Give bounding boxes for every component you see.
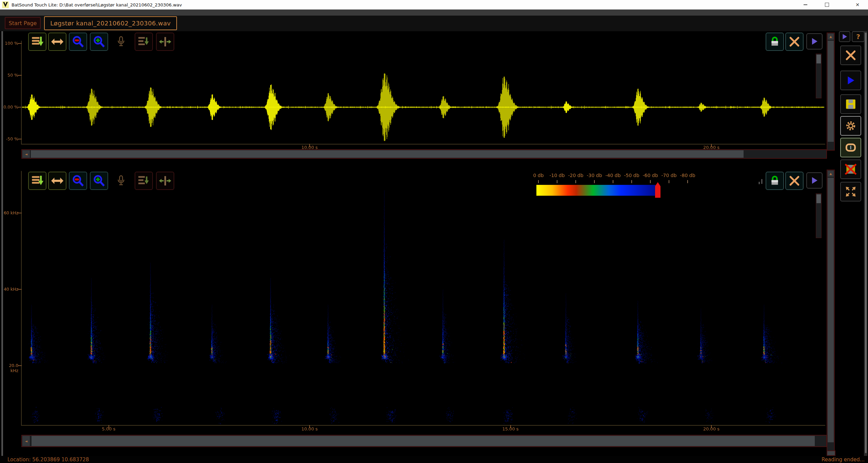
- save-disabled-icon: [845, 163, 857, 175]
- scroll-up-icon[interactable]: ▲: [828, 34, 834, 40]
- spectrogram-x-tick-label: 15.00 s: [495, 426, 526, 431]
- tab-label: Start Page: [9, 20, 37, 26]
- waveform-panel-pan-center-button: [156, 33, 174, 51]
- waveform-panel-close-view-button[interactable]: [785, 33, 804, 51]
- tab-open-file[interactable]: Løgstør kanal_20210602_230306.wav: [44, 16, 177, 30]
- waveform-panel-lock-view-button[interactable]: [766, 33, 784, 51]
- waveform-panel-zoom-slider-thumb[interactable]: [816, 55, 821, 63]
- scroll-left-icon[interactable]: ◄: [22, 150, 30, 158]
- waveform-panel-record-button: [112, 33, 130, 51]
- close-icon: [845, 49, 857, 61]
- waveform-y-tick: [18, 75, 22, 76]
- play-icon: [841, 33, 849, 41]
- settings-gear-icon: [845, 120, 857, 132]
- waveform-y-tick-label: 100 %: [3, 41, 18, 46]
- scroll-up-icon[interactable]: ▲: [828, 171, 834, 177]
- play-file-button[interactable]: [840, 71, 861, 90]
- waveform-panel-vertical-scrollbar[interactable]: ▲: [827, 33, 835, 151]
- waveform-panel-fit-time-button[interactable]: [48, 33, 66, 51]
- waveform-panel-vertical-scroll-thumb[interactable]: [828, 41, 834, 142]
- frame-right-thumb[interactable]: [865, 33, 867, 453]
- status-location: Location: 56.203869 10.683728: [7, 457, 89, 463]
- colorbar-db-label: -10 db: [547, 173, 567, 178]
- title-bar: BatSound Touch Lite: D:\Bat overførsel\L…: [0, 0, 868, 10]
- tab-label: Løgstør kanal_20210602_230306.wav: [50, 20, 171, 27]
- display-mode-icon: [845, 141, 857, 154]
- save-selection-button[interactable]: [840, 159, 861, 179]
- close-icon: [788, 36, 801, 48]
- spectrogram-panel-play-view-button[interactable]: [806, 172, 823, 189]
- spectrogram-panel-vertical-scroll-thumb[interactable]: [828, 178, 834, 442]
- play-small-button[interactable]: [839, 31, 850, 42]
- spectrogram-panel-zoom-slider[interactable]: [816, 193, 822, 238]
- status-message: Reading ended...: [822, 457, 865, 463]
- waveform-panel-play-view-button[interactable]: [806, 33, 823, 50]
- auto-scale-icon: [138, 36, 150, 48]
- waveform-y-tick-label: -50 %: [3, 136, 18, 141]
- spectrogram-y-tick-label: 60 kHz: [3, 210, 18, 215]
- minimize-button[interactable]: [797, 0, 813, 9]
- colorbar-db-label: -30 db: [584, 173, 605, 178]
- expand-icon: [845, 186, 857, 198]
- spectrogram-h-scroll-thumb[interactable]: [32, 436, 815, 446]
- colorbar-db-label: -40 db: [603, 173, 623, 178]
- waveform-y-tick: [18, 107, 22, 108]
- maximize-button[interactable]: [819, 0, 835, 9]
- spectrogram-y-tick-label: 40 kHz: [3, 287, 18, 292]
- waveform-panel-auto-scale-button: [135, 33, 153, 51]
- waveform-y-tick: [18, 139, 22, 139]
- waveform-h-scroll-thumb[interactable]: [31, 150, 744, 158]
- colorbar-db-label: -80 db: [677, 173, 698, 178]
- colorbar-db-tick: [669, 180, 669, 183]
- display-mode-button[interactable]: [840, 138, 861, 157]
- help-button[interactable]: ?: [852, 31, 865, 42]
- waveform-panel-zoom-in-button[interactable]: [90, 33, 108, 51]
- spectrogram-panel-record-button: [112, 172, 130, 190]
- close-icon: [788, 175, 801, 187]
- frame-left-edge: [1, 31, 3, 463]
- close-file-button[interactable]: [840, 45, 861, 65]
- waveform-h-scrollbar[interactable]: ◄: [21, 149, 827, 159]
- settings-button[interactable]: [840, 116, 861, 136]
- spectrogram-panel-fit-amplitude-button[interactable]: [28, 172, 46, 190]
- colorbar-db-tick: [557, 180, 557, 183]
- maximize-icon: [825, 3, 829, 7]
- microphone-icon: [115, 175, 127, 187]
- tabstrip-background: [0, 9, 868, 16]
- fullscreen-button[interactable]: [840, 182, 861, 201]
- waveform-y-axis-line: [21, 41, 22, 144]
- colorbar-gradient[interactable]: [536, 185, 657, 196]
- pan-center-icon: [159, 36, 171, 48]
- spectrogram-panel-auto-scale-button: [135, 172, 153, 190]
- colorbar-db-tick: [687, 180, 688, 183]
- spectrogram-y-axis-line: [21, 171, 22, 425]
- waveform-panel-zoom-slider[interactable]: [816, 54, 822, 98]
- colorbar-db-label: -20 db: [566, 173, 586, 178]
- colorbar-db-tick: [650, 180, 651, 183]
- colorbar-end-tick: [762, 179, 762, 184]
- waveform-panel-fit-amplitude-button[interactable]: [28, 33, 46, 51]
- scrollbar-corner-box[interactable]: [827, 450, 835, 456]
- spectrogram-x-tick-label: 10.00 s: [294, 426, 325, 431]
- scroll-left-icon[interactable]: ◄: [22, 436, 30, 446]
- spectrogram-canvas[interactable]: [22, 169, 824, 425]
- spectrogram-y-tick: [18, 213, 22, 213]
- spectrogram-panel-close-view-button[interactable]: [785, 172, 804, 190]
- tab-start-page[interactable]: Start Page: [5, 17, 41, 29]
- spectrogram-panel-zoom-slider-thumb[interactable]: [816, 194, 821, 203]
- spectrogram-panel-zoom-out-button[interactable]: [69, 172, 87, 190]
- colorbar-db-tick: [575, 180, 576, 183]
- close-window-button[interactable]: ✕: [850, 0, 865, 9]
- spectrogram-h-scrollbar[interactable]: ◄: [21, 435, 827, 447]
- spectrogram-panel-vertical-scrollbar[interactable]: ▲: [827, 170, 835, 451]
- colorbar-end-tick: [759, 182, 760, 184]
- waveform-panel-zoom-out-button[interactable]: [69, 33, 87, 51]
- waveform-y-tick: [18, 43, 22, 44]
- spectrogram-panel-lock-view-button[interactable]: [766, 172, 784, 190]
- spectrogram-panel-fit-time-button[interactable]: [48, 172, 66, 190]
- save-button[interactable]: [840, 94, 861, 114]
- colorbar-db-tick: [594, 180, 595, 183]
- batsound-logo-icon: [2, 1, 9, 8]
- spectrogram-panel-zoom-in-button[interactable]: [90, 172, 108, 190]
- spectrogram-y-tick-label: 20.0 kHz: [3, 363, 18, 373]
